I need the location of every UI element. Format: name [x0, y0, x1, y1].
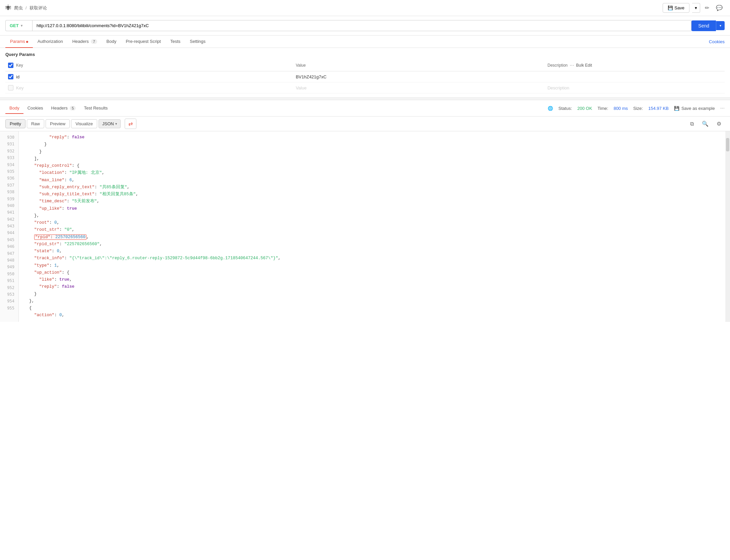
line-numbers: 9309319329339349359369379389399409419429…	[0, 131, 19, 322]
col-header-key: Key	[5, 60, 293, 71]
format-toolbar: Pretty Raw Preview Visualize JSON ▾ ⇄ ⧉ …	[0, 117, 730, 131]
edit-button[interactable]: ✏	[703, 3, 711, 13]
cookies-link[interactable]: Cookies	[709, 39, 725, 44]
tab-authorization[interactable]: Authorization	[33, 36, 68, 48]
tab-body[interactable]: Body	[102, 36, 121, 48]
query-params-section: Query Params Key Value Description ··· B…	[0, 48, 730, 97]
json-line: "sub_reply_entry_text": "共85条回复",	[24, 184, 720, 191]
tabs-right: Cookies	[709, 39, 725, 44]
json-line: "time_desc": "5天前发布",	[24, 198, 720, 205]
json-line: "reply_control": {	[24, 162, 720, 169]
json-line: }	[24, 148, 720, 155]
json-line: "location": "IP属地: 北京",	[24, 169, 720, 177]
send-button-group: Send ▾	[691, 20, 725, 31]
status-label: Status:	[558, 106, 572, 111]
param-checkbox[interactable]	[8, 74, 13, 79]
scrollbar-thumb[interactable]	[726, 138, 729, 151]
json-line: "root_str": "0",	[24, 226, 720, 233]
breadcrumb-separator: /	[25, 5, 27, 10]
raw-button[interactable]: Raw	[27, 119, 44, 128]
header-actions: 💾 Save ▾ ✏ 💬	[663, 3, 725, 13]
json-line: "state": 0,	[24, 248, 720, 255]
response-tab-headers[interactable]: Headers 5	[47, 103, 80, 114]
visualize-button[interactable]: Visualize	[71, 119, 97, 128]
json-line: "up_action": {	[24, 269, 720, 276]
json-line: ],	[24, 155, 720, 162]
desc-col-label: Description	[547, 63, 567, 68]
method-label: GET	[10, 23, 19, 28]
response-status-bar: 🌐 Status: 200 OK Time: 800 ms Size: 154.…	[548, 105, 725, 111]
pretty-button[interactable]: Pretty	[5, 119, 25, 128]
globe-icon: 🌐	[548, 106, 553, 111]
json-line: "sub_reply_title_text": "相关回复共85条",	[24, 191, 720, 198]
json-line: "action": 0,	[24, 312, 720, 319]
save-button[interactable]: 💾 Save	[663, 3, 689, 13]
save-example-label: Save as example	[681, 106, 715, 111]
empty-checkbox[interactable]	[8, 85, 13, 90]
response-tab-body[interactable]: Body	[5, 103, 23, 114]
param-key-value: id	[16, 74, 19, 79]
more-options-button[interactable]: ···	[570, 62, 574, 68]
send-dropdown-button[interactable]: ▾	[716, 21, 725, 30]
format-select[interactable]: JSON ▾	[99, 119, 121, 128]
bulk-edit-label[interactable]: Bulk Edit	[576, 63, 592, 68]
preview-button[interactable]: Preview	[46, 119, 70, 128]
empty-desc-placeholder[interactable]: Description	[547, 85, 569, 90]
tab-settings[interactable]: Settings	[185, 36, 210, 48]
tab-headers[interactable]: Headers 7	[68, 36, 102, 48]
empty-key-placeholder[interactable]: Key	[16, 85, 23, 90]
json-line: }	[24, 141, 720, 148]
request-tabs: Params Authorization Headers 7 Body Pre-…	[0, 36, 730, 48]
send-button[interactable]: Send	[691, 20, 716, 31]
response-tab-test-results[interactable]: Test Results	[80, 103, 112, 114]
empty-value-cell: Value	[293, 82, 545, 93]
url-input[interactable]	[32, 20, 691, 31]
json-content: "reply": false } } ], "reply_control": {…	[19, 131, 725, 322]
col-header-description: Description ··· Bulk Edit	[545, 60, 725, 71]
url-bar: GET ▾ Send ▾	[0, 16, 730, 36]
json-line: "rpid_str": "225702656560",	[24, 241, 720, 248]
params-dot	[26, 41, 28, 43]
app-header: 🕷 爬虫 / 获取评论 💾 Save ▾ ✏ 💬	[0, 0, 730, 16]
json-line: "track_info": "{\"track_id\":\"reply_6.r…	[24, 255, 720, 262]
param-key-cell: id	[5, 71, 293, 82]
params-table: Key Value Description ··· Bulk Edit	[5, 60, 725, 93]
save-example-button[interactable]: 💾 Save as example	[674, 106, 715, 111]
query-params-title: Query Params	[5, 52, 725, 57]
response-more-button[interactable]: ···	[720, 105, 725, 111]
param-desc-cell	[545, 71, 725, 82]
comment-button[interactable]: 💬	[714, 3, 725, 13]
size-value: 154.97 KB	[648, 106, 669, 111]
json-line: "reply": false	[24, 283, 720, 290]
wrap-button[interactable]: ⇄	[125, 119, 136, 129]
select-all-checkbox[interactable]	[8, 63, 13, 68]
response-tab-cookies[interactable]: Cookies	[23, 103, 47, 114]
save-example-icon: 💾	[674, 106, 679, 111]
search-button[interactable]: 🔍	[698, 119, 712, 129]
method-select[interactable]: GET ▾	[5, 20, 32, 31]
method-caret-icon: ▾	[21, 24, 22, 27]
breadcrumb-prefix: 爬虫	[14, 5, 23, 11]
json-line: "up_like": true	[24, 205, 720, 212]
filter-button[interactable]: ⚙	[713, 119, 725, 129]
param-row: id BV1hZ421g7xC	[5, 71, 725, 82]
response-tabs: Body Cookies Headers 5 Test Results	[5, 103, 112, 114]
size-label: Size:	[633, 106, 643, 111]
format-label: JSON	[102, 121, 114, 126]
json-line: "reply": false	[24, 134, 720, 141]
tab-params[interactable]: Params	[5, 36, 33, 48]
tab-pre-request[interactable]: Pre-request Script	[121, 36, 166, 48]
tab-tests[interactable]: Tests	[166, 36, 185, 48]
json-line: "like": true,	[24, 276, 720, 283]
section-divider	[0, 97, 730, 100]
app-icon: 🕷	[5, 4, 11, 11]
col-header-value: Value	[293, 60, 545, 71]
response-headers-badge: 5	[70, 106, 76, 111]
time-value: 800 ms	[614, 106, 628, 111]
copy-button[interactable]: ⧉	[687, 119, 697, 129]
scrollbar[interactable]	[725, 131, 730, 322]
save-dropdown-button[interactable]: ▾	[692, 3, 700, 13]
json-line: },	[24, 212, 720, 219]
empty-value-placeholder[interactable]: Value	[296, 85, 306, 90]
empty-key-cell: Key	[5, 82, 293, 93]
